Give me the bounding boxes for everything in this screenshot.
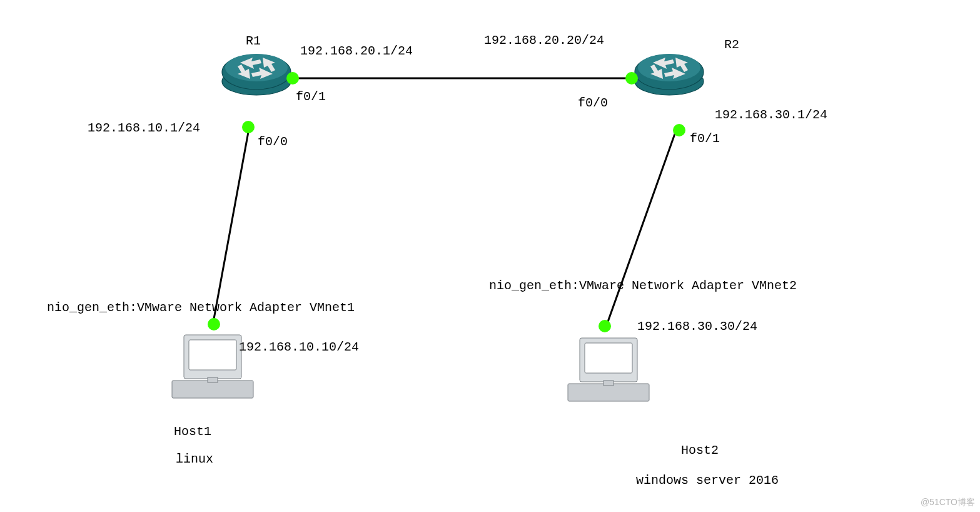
r2-name: R2: [724, 38, 739, 52]
r1-ip-left: 192.168.10.1/24: [88, 121, 200, 135]
svg-rect-15: [189, 340, 236, 370]
r2-ip-left: 192.168.20.20/24: [484, 33, 604, 48]
router-r1-icon: [222, 54, 291, 95]
svg-rect-16: [172, 381, 253, 398]
port-dot-r1-f01: [286, 72, 299, 84]
svg-rect-21: [604, 381, 614, 386]
port-dot-r2-f01: [673, 124, 685, 136]
port-dot-r2-f00: [625, 72, 638, 84]
host2-icon: [568, 338, 649, 401]
host2-name: Host2: [681, 443, 719, 458]
host1-adapter: nio_gen_eth:VMware Network Adapter VMnet…: [47, 300, 355, 315]
host2-os: windows server 2016: [636, 473, 779, 488]
r1-ip-right: 192.168.20.1/24: [300, 44, 413, 58]
link-r1-host1: [213, 122, 250, 325]
svg-rect-19: [585, 343, 632, 373]
link-r2-host2: [605, 125, 678, 329]
r1-if-left: f0/0: [258, 135, 288, 149]
r2-if-right: f0/1: [690, 131, 720, 146]
host2-adapter: nio_gen_eth:VMware Network Adapter VMnet…: [489, 279, 797, 293]
topology-canvas: [0, 0, 980, 512]
port-dot-host1: [208, 318, 220, 330]
r1-name: R1: [246, 34, 261, 48]
r2-if-left: f0/0: [578, 96, 608, 110]
r2-ip-right: 192.168.30.1/24: [715, 108, 827, 122]
svg-rect-20: [568, 384, 649, 401]
r1-if-right: f0/1: [296, 90, 326, 104]
host1-name: Host1: [174, 424, 211, 439]
watermark: @51CTO博客: [921, 497, 975, 508]
svg-rect-17: [208, 377, 218, 382]
port-dot-host2: [599, 320, 611, 332]
host1-os: linux: [176, 452, 213, 466]
port-dot-r1-f00: [242, 121, 255, 133]
svg-point-9: [638, 54, 700, 81]
host1-ip: 192.168.10.10/24: [239, 340, 359, 354]
host2-ip: 192.168.30.30/24: [637, 319, 757, 334]
router-r2-icon: [635, 54, 704, 95]
svg-point-2: [225, 54, 288, 81]
